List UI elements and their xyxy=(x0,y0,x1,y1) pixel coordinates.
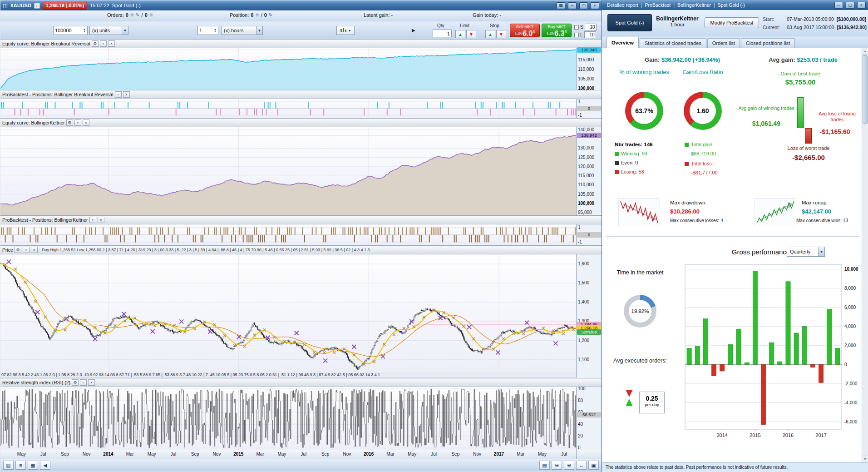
layout-grid-icon[interactable]: ▦ xyxy=(557,2,565,9)
close-button[interactable]: × xyxy=(857,2,866,9)
positions-chart-1[interactable] xyxy=(0,99,576,118)
chart-type-button[interactable]: ▼ xyxy=(336,26,355,35)
orders-refresh-icon[interactable]: ↻ xyxy=(136,12,139,18)
svg-text:2017: 2017 xyxy=(815,432,826,438)
zoom-out-icon[interactable]: ⊖ xyxy=(552,461,562,470)
scale-tick: 40 xyxy=(578,422,583,427)
tab-overview[interactable]: Overview xyxy=(607,37,639,48)
info-icon[interactable]: i xyxy=(34,3,40,9)
window-icon[interactable]: ▫ xyxy=(100,40,107,47)
settings-icon[interactable]: ⚙ xyxy=(66,119,73,126)
scrollbar-thumb[interactable] xyxy=(863,55,868,124)
position-settings-icon[interactable]: ↻ xyxy=(269,12,272,18)
settings-icon[interactable]: ⚙ xyxy=(15,247,21,253)
price-scale[interactable]: 140,000136,942130,000125,000120,000115,0… xyxy=(576,127,602,215)
tab-orders-list[interactable]: Orders list xyxy=(707,38,740,48)
price-scale[interactable]: 10080604020056.512 xyxy=(576,387,602,450)
equity-chart-1[interactable] xyxy=(0,48,576,90)
orders-list-icon[interactable]: ≣ xyxy=(130,12,134,18)
stop-buy-button[interactable]: ▲ xyxy=(485,30,495,38)
minimize-button[interactable]: ─ xyxy=(568,2,577,9)
expand-arrow-icon[interactable]: ▶ xyxy=(412,28,415,33)
tab-statistics-of-closed-trades[interactable]: Statistics of closed trades xyxy=(640,38,706,48)
report-scrollbar[interactable]: ▲ ▼ xyxy=(862,48,868,462)
price-scale[interactable]: 1,6001,5001,4001,3001,2001,1001,284.861,… xyxy=(576,254,602,378)
close-icon[interactable]: × xyxy=(83,119,89,126)
equity-curve-panel-2: Equity curve: BollingerKeltner ⚙ ▫ × 140… xyxy=(0,119,602,216)
zoom-in-icon[interactable]: ⊕ xyxy=(564,461,574,470)
window-icon[interactable]: ▫ xyxy=(23,247,30,253)
timeframe-stepper[interactable]: ▲▼ xyxy=(197,26,218,35)
window-icon[interactable]: ▫ xyxy=(115,91,122,98)
time-axis-label: 2016 xyxy=(364,452,374,457)
close-icon[interactable]: × xyxy=(31,247,38,253)
window-icon[interactable]: ▫ xyxy=(74,119,81,126)
stop-loss-input[interactable] xyxy=(585,24,597,30)
chevron-down-icon[interactable]: ▼ xyxy=(122,26,128,35)
close-icon[interactable]: × xyxy=(108,40,115,47)
window-icon[interactable]: ▫ xyxy=(89,217,96,223)
window-icon[interactable]: ▫ xyxy=(80,379,87,386)
units-select[interactable]: (x) units ▼ xyxy=(89,26,128,35)
timeframe-input[interactable] xyxy=(199,28,213,33)
limit-buy-button[interactable]: ▲ xyxy=(455,30,465,38)
settings-icon[interactable]: ⚙ xyxy=(92,40,99,47)
maximize-button[interactable]: ▢ xyxy=(846,2,854,9)
price-scale[interactable]: 1-10 xyxy=(576,99,602,118)
close-icon[interactable]: × xyxy=(123,91,130,98)
positions-chart-2[interactable] xyxy=(0,224,576,245)
price-chart[interactable] xyxy=(0,254,576,372)
close-button[interactable]: × xyxy=(591,2,599,9)
grid-icon[interactable]: ▦ xyxy=(28,461,38,470)
equity-chart-2[interactable] xyxy=(0,127,576,215)
chart-mode-icon[interactable]: ▤ xyxy=(539,461,550,470)
scroll-left-icon[interactable]: ◀ xyxy=(40,461,50,470)
scale-tick: 115,000 xyxy=(578,57,594,62)
price-scale[interactable]: 1-10 xyxy=(576,224,602,245)
timeframe-units-select[interactable]: (x) hours ▼ xyxy=(221,26,263,35)
price-scale[interactable]: 120,345115,000110,000105,000100,000 xyxy=(576,48,602,90)
settings-icon[interactable]: ⚙ xyxy=(72,379,79,386)
titlebar-menu-item[interactable]: Detailed report xyxy=(604,2,641,8)
position-list-icon[interactable]: ≣ xyxy=(255,12,259,18)
scroll-down-icon[interactable]: ▼ xyxy=(862,456,868,462)
titlebar-menu-item[interactable]: BollingerKeltner xyxy=(675,2,714,8)
limit-sell-button[interactable]: ▼ xyxy=(466,30,476,38)
take-profit-checkbox[interactable] xyxy=(574,33,579,37)
titlebar-menu-item[interactable]: ProBacktest xyxy=(642,2,674,8)
candles-icon[interactable]: ▥ xyxy=(3,461,14,470)
tab-closed-positions-list[interactable]: Closed positions list xyxy=(741,38,795,48)
close-icon[interactable]: × xyxy=(98,217,104,223)
orders-settings-icon[interactable]: ≣ xyxy=(149,12,153,18)
stepper-arrows-icon[interactable]: ▲▼ xyxy=(83,28,86,33)
order-qty-field[interactable] xyxy=(433,30,452,37)
chevron-down-icon[interactable]: ▼ xyxy=(256,26,262,35)
close-icon[interactable]: × xyxy=(88,379,95,386)
sell-market-button[interactable]: Sell MKT 1,266.03 xyxy=(510,24,540,37)
stop-loss-checkbox[interactable] xyxy=(574,25,579,30)
fit-screen-icon[interactable]: ↔ xyxy=(576,461,587,470)
qty-label: Qty xyxy=(437,23,444,28)
minimize-button[interactable]: ─ xyxy=(834,2,843,9)
maximize-button[interactable]: ▢ xyxy=(579,2,588,9)
scale-tick: 140,000 xyxy=(578,127,594,132)
order-qty-input[interactable] xyxy=(434,31,450,36)
instrument-button[interactable]: Spot Gold (-) xyxy=(607,14,652,31)
quantity-stepper[interactable]: ▲▼ xyxy=(53,26,88,35)
scroll-up-icon[interactable]: ▲ xyxy=(862,48,868,55)
titlebar-menu-item[interactable]: Spot Gold (-) xyxy=(715,2,748,8)
take-profit-input[interactable] xyxy=(584,31,596,38)
quantity-input[interactable] xyxy=(55,28,82,33)
modify-probacktest-button[interactable]: Modify ProBacktest xyxy=(705,17,759,28)
stepper-arrows-icon[interactable]: ▲▼ xyxy=(214,28,217,33)
panel-title: ProBacktest - Positions: BollingerKeltne… xyxy=(2,217,88,223)
time-axis-label: Nov xyxy=(213,452,221,457)
stop-sell-button[interactable]: ▼ xyxy=(496,30,506,38)
orders-panel-icon[interactable]: ≡ xyxy=(15,461,26,470)
rsi-chart[interactable] xyxy=(0,387,576,450)
crosshair-icon[interactable]: ▣ xyxy=(588,461,599,470)
buy-market-button[interactable]: Buy MKT 1,266.33 xyxy=(542,24,572,37)
period-select[interactable]: Quarterly ▼ xyxy=(787,247,825,257)
time-axis[interactable]: MayJulSepNov2014MarMayJulSepNov2015MarMa… xyxy=(0,450,602,460)
trading-toolbar: ▲▼ (x) units ▼ ▲▼ (x) hours ▼ ▼ ▶ Qty xyxy=(0,21,602,40)
